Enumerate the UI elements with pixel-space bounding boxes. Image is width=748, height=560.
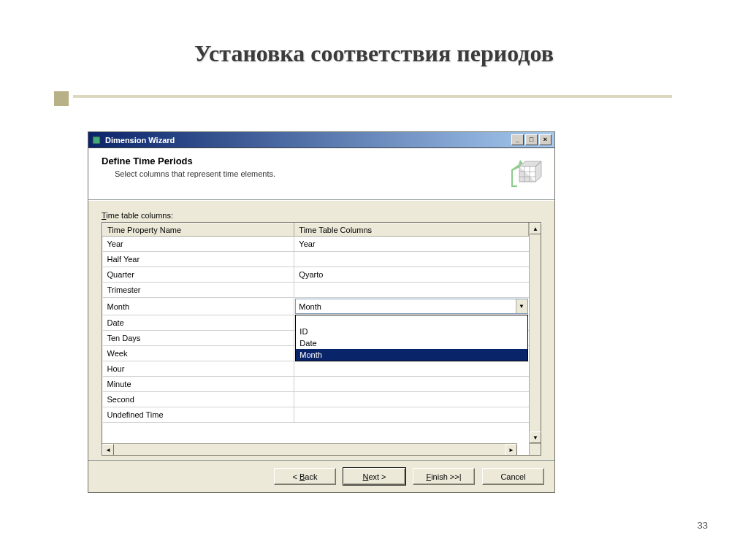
finish-button[interactable]: Finish >>| bbox=[413, 468, 475, 485]
back-button[interactable]: < Back bbox=[274, 468, 336, 485]
maximize-button[interactable]: □ bbox=[525, 134, 538, 145]
slide-title: Установка соответствия периодов bbox=[0, 0, 748, 67]
horizontal-scrollbar[interactable]: ◄ ► bbox=[102, 443, 517, 455]
row-year: Year Year bbox=[103, 237, 529, 252]
row-second: Second bbox=[103, 392, 529, 407]
month-dropdown[interactable]: ID Date Month bbox=[295, 315, 527, 361]
chevron-down-icon[interactable]: ▼ bbox=[516, 299, 527, 313]
svg-rect-0 bbox=[93, 137, 100, 144]
row-hour: Hour bbox=[103, 361, 529, 377]
slide-number: 33 bbox=[698, 520, 708, 531]
dropdown-option-id[interactable]: ID bbox=[296, 326, 527, 337]
month-combo[interactable]: Month ▼ bbox=[295, 299, 527, 314]
scroll-left-icon[interactable]: ◄ bbox=[102, 444, 114, 455]
dimension-wizard-dialog: Dimension Wizard _ □ × Define Time Perio… bbox=[88, 131, 555, 493]
row-half-year: Half Year bbox=[103, 252, 529, 267]
scroll-up-icon[interactable]: ▲ bbox=[530, 223, 541, 234]
wizard-subtitle: Select columns that represent time eleme… bbox=[115, 169, 541, 178]
row-month: Month Month ▼ ID bbox=[103, 298, 529, 315]
wizard-title: Define Time Periods bbox=[102, 156, 541, 166]
scroll-down-icon[interactable]: ▼ bbox=[530, 431, 541, 443]
dropdown-option-month[interactable]: Month bbox=[296, 349, 527, 361]
dropdown-option-date[interactable]: Date bbox=[296, 337, 527, 349]
wizard-header: Define Time Periods Select columns that … bbox=[88, 148, 554, 199]
vertical-scrollbar[interactable]: ▲ ▼ bbox=[529, 223, 541, 455]
next-button[interactable]: Next > bbox=[343, 468, 405, 485]
scroll-corner bbox=[530, 443, 541, 455]
row-minute: Minute bbox=[103, 377, 529, 392]
wizard-footer: < Back Next > Finish >>| Cancel bbox=[88, 460, 554, 492]
time-table-columns-label: Time table columns: bbox=[102, 211, 541, 220]
row-quarter: Quarter Qyarto bbox=[103, 267, 529, 283]
accent-square bbox=[54, 91, 69, 106]
cancel-button[interactable]: Cancel bbox=[482, 468, 544, 485]
dropdown-option-blank[interactable] bbox=[296, 315, 527, 326]
close-button[interactable]: × bbox=[539, 134, 552, 145]
col-header-value[interactable]: Time Table Columns bbox=[294, 223, 529, 237]
col-header-name[interactable]: Time Property Name bbox=[103, 223, 294, 237]
month-combo-value: Month bbox=[296, 302, 515, 311]
minimize-button[interactable]: _ bbox=[511, 134, 524, 145]
cube-icon bbox=[509, 154, 546, 193]
row-undefined-time: Undefined Time bbox=[103, 407, 529, 423]
accent-line bbox=[73, 95, 672, 98]
time-columns-grid: Time Property Name Time Table Columns Ye… bbox=[102, 222, 541, 456]
row-trimester: Trimester bbox=[103, 283, 529, 298]
titlebar-text: Dimension Wizard bbox=[105, 136, 511, 145]
scroll-right-icon[interactable]: ► bbox=[505, 444, 517, 455]
app-icon bbox=[91, 135, 102, 145]
titlebar[interactable]: Dimension Wizard _ □ × bbox=[88, 132, 554, 148]
